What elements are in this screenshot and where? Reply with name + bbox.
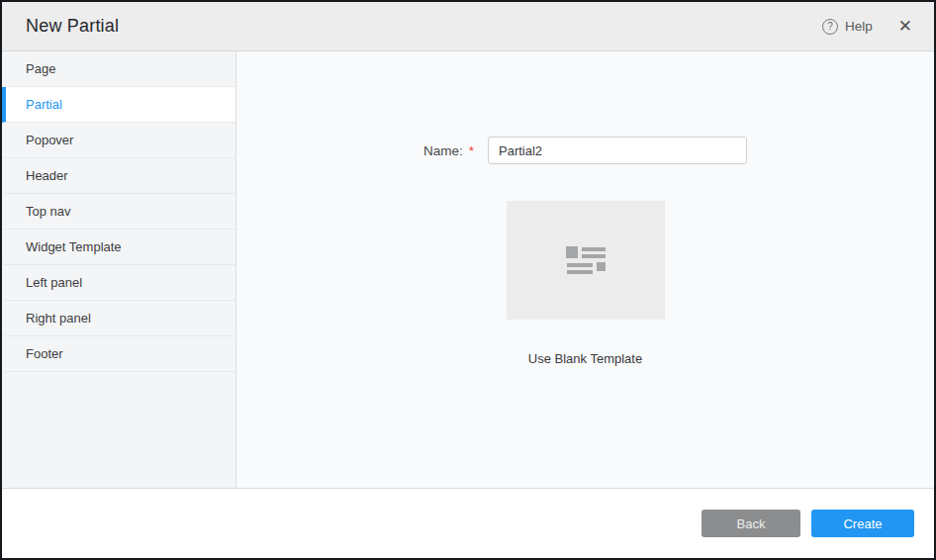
name-input[interactable] bbox=[488, 137, 747, 164]
blank-template-card[interactable]: Use Blank Template bbox=[507, 201, 665, 366]
sidebar-item-header[interactable]: Header bbox=[2, 158, 235, 194]
name-field-row: Name: * bbox=[423, 137, 747, 164]
blank-template-thumbnail[interactable] bbox=[507, 201, 665, 320]
page-title: New Partial bbox=[26, 16, 119, 37]
blank-layout-icon bbox=[566, 246, 606, 274]
dialog-body: Page Partial Popover Header Top nav Widg… bbox=[2, 51, 934, 488]
sidebar-item-footer[interactable]: Footer bbox=[2, 336, 235, 372]
sidebar-item-left-panel[interactable]: Left panel bbox=[2, 265, 235, 301]
sidebar-item-page[interactable]: Page bbox=[2, 51, 235, 87]
use-blank-template-label[interactable]: Use Blank Template bbox=[528, 351, 642, 366]
component-type-sidebar: Page Partial Popover Header Top nav Widg… bbox=[2, 51, 236, 488]
help-button[interactable]: ? Help bbox=[822, 19, 873, 35]
main-panel: Name: * Use Blank Template bbox=[236, 51, 934, 488]
required-asterisk: * bbox=[469, 143, 474, 158]
sidebar-item-right-panel[interactable]: Right panel bbox=[2, 301, 235, 336]
help-question-icon: ? bbox=[822, 19, 838, 35]
sidebar-item-partial[interactable]: Partial bbox=[2, 87, 235, 123]
sidebar-item-top-nav[interactable]: Top nav bbox=[2, 194, 235, 230]
help-label: Help bbox=[845, 19, 873, 34]
name-label: Name: bbox=[423, 143, 463, 158]
dialog-footer: Back Create bbox=[2, 488, 934, 558]
sidebar-item-popover[interactable]: Popover bbox=[2, 123, 235, 158]
dialog-header: New Partial ? Help ✕ bbox=[2, 2, 934, 51]
back-button[interactable]: Back bbox=[702, 510, 800, 537]
new-partial-dialog: New Partial ? Help ✕ Page Partial Popove… bbox=[0, 0, 936, 560]
close-icon[interactable]: ✕ bbox=[898, 18, 912, 35]
sidebar-item-widget-template[interactable]: Widget Template bbox=[2, 230, 235, 265]
create-button[interactable]: Create bbox=[811, 510, 914, 537]
